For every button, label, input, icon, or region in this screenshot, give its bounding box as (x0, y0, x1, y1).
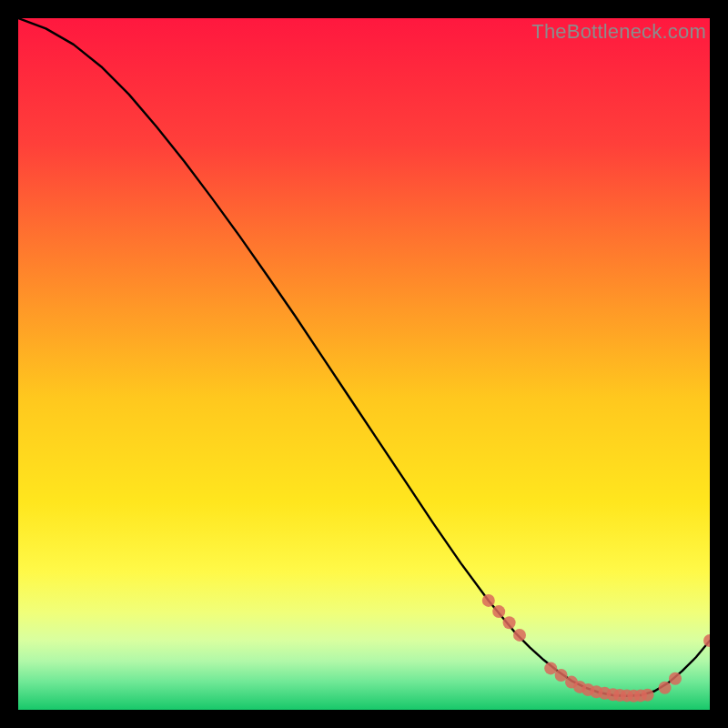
data-point (555, 669, 568, 682)
data-point (659, 682, 672, 694)
chart-frame: TheBottleneck.com (18, 18, 710, 710)
data-point (503, 616, 516, 629)
gradient-background (18, 18, 710, 710)
data-point (642, 689, 654, 702)
data-point (669, 672, 682, 685)
watermark-text: TheBottleneck.com (531, 20, 706, 44)
data-point (482, 594, 495, 607)
data-point (513, 629, 526, 642)
data-point (544, 662, 557, 674)
chart-canvas (18, 18, 710, 710)
data-point (492, 605, 505, 618)
